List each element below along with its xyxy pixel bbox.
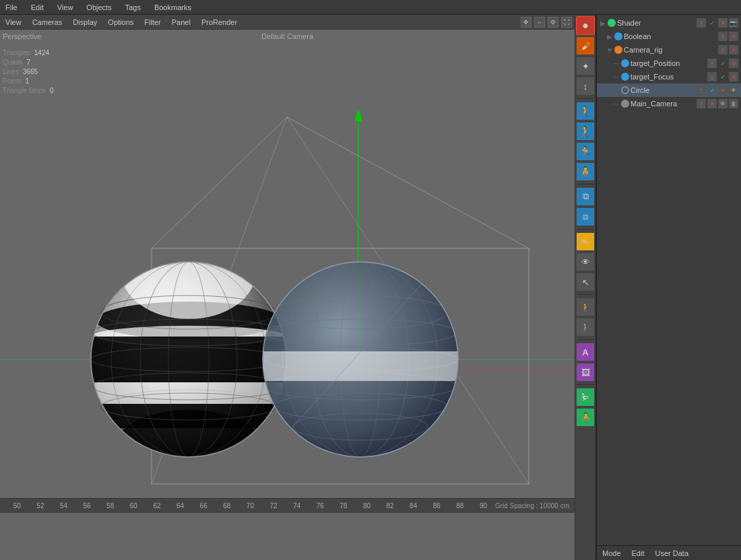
- text-tool-icon[interactable]: A: [576, 343, 595, 361]
- obj-item-camerarig[interactable]: ▼ Camera_rig ⋮ ✕: [597, 43, 741, 57]
- eye-tool-icon[interactable]: 👁: [576, 252, 595, 271]
- copy1-tool-icon[interactable]: ⧉: [576, 187, 595, 206]
- move-tool-icon[interactable]: ↕: [576, 77, 595, 96]
- svg-rect-52: [263, 351, 458, 381]
- r0-tool-icon[interactable]: R₀: [576, 232, 595, 251]
- coord-50: 50: [13, 502, 21, 510]
- targetfocus-expand: ─: [613, 73, 620, 81]
- vp-menu-display[interactable]: Display: [70, 18, 100, 27]
- circle-x-icon[interactable]: ✕: [718, 85, 728, 95]
- coord-72: 72: [269, 502, 277, 510]
- circle-eye-icon[interactable]: 👁: [729, 85, 738, 95]
- obj-item-circle[interactable]: ─ Circle ⋮ ✓ ✕ 👁: [597, 83, 741, 97]
- char1-tool-icon[interactable]: ⛷: [576, 388, 595, 407]
- targetfocus-grid-icon[interactable]: ⋮: [707, 72, 717, 81]
- maincamera-x-icon[interactable]: ✕: [707, 99, 717, 108]
- coord-58: 58: [106, 502, 114, 510]
- sculpt-tool-icon[interactable]: ✦: [576, 57, 595, 75]
- grid-spacing: Grid Spacing : 10000 cm: [495, 502, 569, 510]
- obj-item-shader[interactable]: ▶ Shader ⋮ ✓ ✕ 📷: [597, 16, 741, 30]
- targetpos-x-icon[interactable]: ✕: [729, 59, 738, 68]
- mode-item-mode[interactable]: Mode: [600, 549, 624, 558]
- boolean-grid-icon[interactable]: ⋮: [718, 32, 728, 41]
- circle-name: Circle: [631, 86, 695, 94]
- camerarig-name: Camera_rig: [624, 46, 717, 54]
- right-panel: ▶ Shader ⋮ ✓ ✕ 📷 ▶ Boolean ⋮ ✕: [596, 15, 741, 560]
- walk2-tool-icon[interactable]: 🚶‍♂: [576, 318, 595, 337]
- render-tool-icon[interactable]: ●: [576, 16, 595, 35]
- walk1-tool-icon[interactable]: 🚶: [576, 298, 595, 316]
- obj-item-targetfocus[interactable]: ─ target_Focus ⋮ ✓ ✕: [597, 70, 741, 83]
- figure1-tool-icon[interactable]: 🚶: [576, 102, 595, 120]
- obj-item-boolean[interactable]: ▶ Boolean ⋮ ✕: [597, 30, 741, 43]
- menu-objects[interactable]: Objects: [84, 2, 114, 13]
- shader-x-icon[interactable]: ✕: [718, 18, 728, 28]
- coord-82: 82: [386, 502, 393, 510]
- shader-cam-icon[interactable]: 📷: [729, 18, 738, 28]
- targetfocus-dot: [621, 73, 629, 81]
- vp-icon-settings[interactable]: ⚙: [548, 17, 558, 28]
- main-layout: View Cameras Display Options Filter Pane…: [0, 15, 741, 560]
- shader-check-icon[interactable]: ✓: [707, 18, 717, 28]
- stats-overlay: Triangles 1424 Quads 7 Lines 3665 Points…: [3, 48, 54, 96]
- vp-toolbar-icons: ✥ ↔ ⚙ ⛶: [521, 17, 572, 28]
- camerarig-x-icon[interactable]: ✕: [729, 45, 738, 55]
- circle-check-icon[interactable]: ✓: [707, 85, 717, 95]
- boolean-expand: ▶: [606, 33, 613, 40]
- shader-dot: [608, 19, 616, 27]
- vp-menu-panel[interactable]: Panel: [169, 18, 193, 27]
- menu-edit[interactable]: Edit: [28, 2, 46, 13]
- targetpos-check-icon[interactable]: ✓: [718, 59, 728, 68]
- viewport-toolbar: View Cameras Display Options Filter Pane…: [0, 15, 575, 30]
- viewport-canvas[interactable]: Perspective Default Camera Triangles 142…: [0, 30, 575, 498]
- menu-tags[interactable]: Tags: [123, 2, 143, 13]
- vp-menu-options[interactable]: Options: [105, 18, 136, 27]
- menu-bookmarks[interactable]: Bookmarks: [152, 2, 194, 13]
- cursor-tool-icon[interactable]: ↖: [576, 273, 595, 291]
- mode-item-edit[interactable]: Edit: [629, 549, 647, 558]
- targetpos-grid-icon[interactable]: ⋮: [707, 59, 717, 68]
- image-tool-icon[interactable]: 🖼: [576, 363, 595, 382]
- coord-88: 88: [456, 502, 463, 510]
- shader-grid-icon[interactable]: ⋮: [697, 18, 706, 28]
- copy2-tool-icon[interactable]: ⧈: [576, 207, 595, 226]
- mode-item-userdata[interactable]: User Data: [653, 549, 692, 558]
- targetfocus-check-icon[interactable]: ✓: [718, 72, 728, 81]
- obj-item-maincamera[interactable]: ─ Main_Camera ⋮ ✕ 👁 🗑: [597, 97, 741, 110]
- figure3-tool-icon[interactable]: 🏃: [576, 142, 595, 161]
- figure2-tool-icon[interactable]: 🚶: [576, 122, 595, 141]
- camerarig-grid-icon[interactable]: ⋮: [718, 45, 728, 55]
- menu-file[interactable]: File: [3, 2, 20, 13]
- coord-62: 62: [153, 502, 160, 510]
- svg-rect-28: [91, 337, 286, 382]
- shader-expand: ▶: [600, 20, 606, 27]
- targetfocus-x-icon[interactable]: ✕: [729, 72, 738, 81]
- vp-menu-prorender[interactable]: ProRender: [199, 18, 240, 27]
- maincamera-eye-icon[interactable]: 👁: [718, 99, 728, 108]
- object-list: ▶ Shader ⋮ ✓ ✕ 📷 ▶ Boolean ⋮ ✕: [597, 15, 741, 545]
- figure4-tool-icon[interactable]: 🧍: [576, 162, 595, 181]
- boolean-x-icon[interactable]: ✕: [729, 32, 738, 41]
- lines-label: Lines: [3, 67, 19, 77]
- maincamera-grid-icon[interactable]: ⋮: [697, 99, 706, 108]
- coord-bar: 50 52 54 56 58 60 62 64 66 68 70 72 74 7…: [0, 498, 575, 513]
- vp-icon-move[interactable]: ✥: [521, 17, 531, 28]
- menu-view[interactable]: View: [55, 2, 76, 13]
- vp-icon-maximize[interactable]: ⛶: [561, 17, 572, 28]
- circle-grid-icon[interactable]: ⋮: [697, 85, 706, 95]
- vp-icon-arrows[interactable]: ↔: [534, 17, 545, 28]
- coord-66: 66: [200, 502, 207, 510]
- targetpos-actions: ⋮ ✓ ✕: [707, 59, 738, 68]
- vp-menu-filter[interactable]: Filter: [141, 18, 163, 27]
- maincamera-trash-icon[interactable]: 🗑: [729, 99, 738, 108]
- char2-tool-icon[interactable]: 🧍: [576, 408, 595, 427]
- triangles-value: 1424: [34, 48, 49, 58]
- vp-menu-cameras[interactable]: Cameras: [30, 18, 65, 27]
- camera-label: Default Camera: [261, 32, 313, 40]
- vp-menu-view[interactable]: View: [3, 18, 24, 27]
- obj-item-targetpos[interactable]: ─ target_Position ⋮ ✓ ✕: [597, 57, 741, 70]
- coord-68: 68: [223, 502, 230, 510]
- paint-tool-icon[interactable]: 🖌: [576, 36, 595, 55]
- viewport-container: View Cameras Display Options Filter Pane…: [0, 15, 575, 560]
- circle-actions: ⋮ ✓ ✕ 👁: [697, 85, 738, 95]
